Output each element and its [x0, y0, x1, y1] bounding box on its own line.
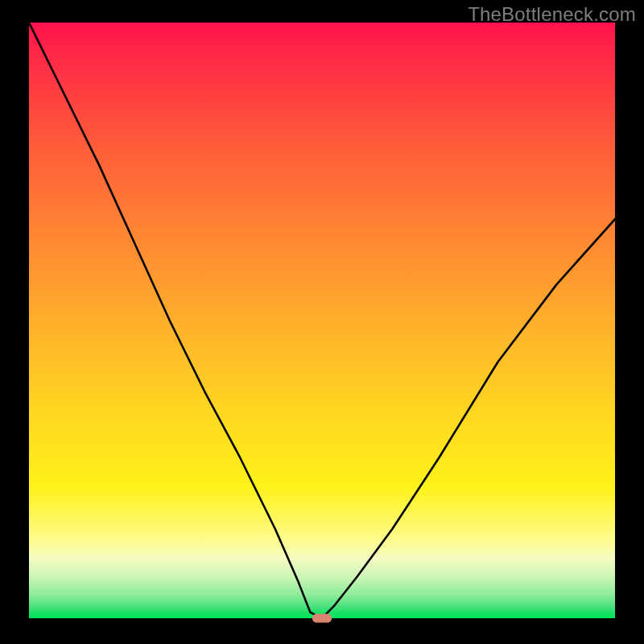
plot-area — [29, 23, 615, 618]
curve-path — [29, 23, 615, 618]
chart-frame: TheBottleneck.com — [0, 0, 644, 644]
minimum-marker — [312, 614, 332, 623]
watermark-text: TheBottleneck.com — [468, 3, 636, 26]
bottleneck-curve — [29, 23, 615, 618]
